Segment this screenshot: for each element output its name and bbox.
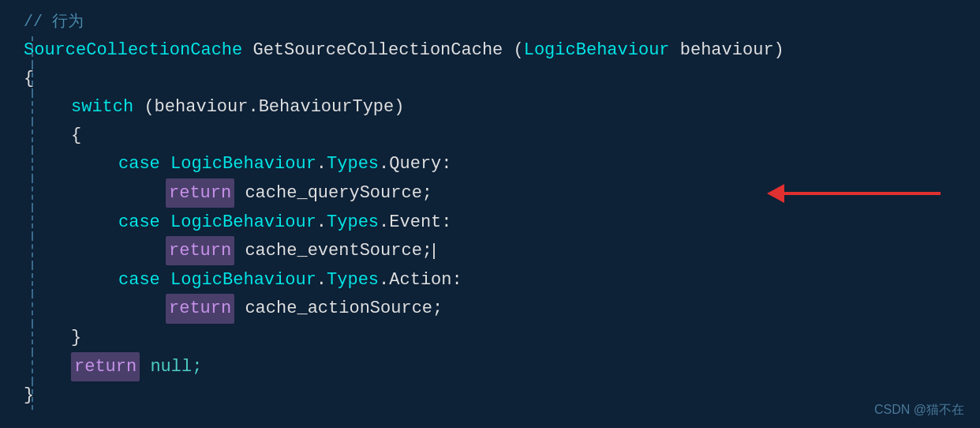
watermark: CSDN @猫不在 bbox=[874, 400, 964, 420]
dot-3: . bbox=[316, 208, 327, 236]
case-query-class: LogicBehaviour bbox=[170, 150, 316, 178]
opening-brace-line: { bbox=[24, 65, 980, 93]
comment-text: // 行为 bbox=[24, 9, 84, 35]
code-container: // 行为 SourceCollectionCache GetSourceCol… bbox=[0, 0, 980, 418]
dashed-border-12 bbox=[32, 352, 33, 381]
case-query-types: Types bbox=[327, 150, 379, 178]
paren-open: ( bbox=[514, 36, 524, 64]
switch-open-brace-line: { bbox=[24, 122, 980, 150]
dashed-border-7 bbox=[32, 208, 33, 236]
dashed-border-1 bbox=[32, 36, 33, 65]
return-keyword-1: return bbox=[166, 178, 234, 208]
return-keyword-3: return bbox=[166, 294, 234, 323]
dot-5: . bbox=[316, 266, 327, 294]
dot-6: . bbox=[379, 266, 389, 294]
case-event-class: LogicBehaviour bbox=[170, 208, 316, 236]
dashed-border-2 bbox=[32, 65, 33, 93]
comment-line: // 行为 bbox=[24, 8, 980, 36]
case-action-value: Action: bbox=[389, 266, 462, 294]
case-query-value: Query: bbox=[389, 150, 451, 178]
return-keyword-2: return bbox=[166, 236, 234, 265]
case-keyword-3: case bbox=[118, 266, 160, 294]
return-keyword-final: return bbox=[71, 352, 140, 381]
case-event-line: case LogicBehaviour . Types . Event: bbox=[24, 208, 980, 236]
arrow-line bbox=[783, 192, 941, 195]
dashed-border-6 bbox=[32, 178, 33, 208]
dashed-border-5 bbox=[32, 150, 33, 178]
dashed-border-11 bbox=[32, 324, 33, 352]
switch-close-brace-line: } bbox=[24, 324, 980, 352]
return-query-value: cache_querySource; bbox=[234, 179, 432, 207]
method-name: GetSourceCollectionCache bbox=[242, 36, 513, 64]
dashed-border-3 bbox=[32, 93, 33, 122]
case-keyword-1: case bbox=[118, 150, 160, 178]
arrow-head bbox=[767, 184, 784, 203]
dashed-border-8 bbox=[32, 236, 33, 265]
dashed-border-10 bbox=[32, 294, 33, 323]
return-action-line: return cache_actionSource; bbox=[24, 294, 980, 323]
space-3 bbox=[160, 266, 170, 294]
switch-condition: (behaviour.BehaviourType) bbox=[133, 93, 404, 121]
return-query-line: return cache_querySource; bbox=[24, 178, 980, 208]
dot-2: . bbox=[379, 150, 389, 178]
return-null-line: return null; bbox=[24, 352, 980, 381]
switch-open-brace: { bbox=[71, 122, 81, 149]
case-query-line: case LogicBehaviour . Types . Query: bbox=[24, 150, 980, 178]
switch-close-brace: } bbox=[71, 324, 81, 351]
space-1 bbox=[160, 150, 170, 178]
dashed-border-13 bbox=[32, 381, 33, 410]
text-cursor bbox=[433, 243, 435, 259]
arrow-annotation bbox=[783, 192, 941, 195]
method-signature-line: SourceCollectionCache GetSourceCollectio… bbox=[24, 36, 980, 65]
return-event-line: return cache_eventSource; bbox=[24, 236, 980, 265]
space-2 bbox=[160, 208, 170, 236]
case-action-types: Types bbox=[327, 266, 379, 294]
param-type: LogicBehaviour bbox=[524, 36, 670, 64]
return-action-value: cache_actionSource; bbox=[234, 295, 443, 322]
dashed-border-4 bbox=[32, 122, 33, 150]
dot-4: . bbox=[379, 208, 389, 236]
case-keyword-2: case bbox=[118, 208, 160, 236]
case-event-value: Event: bbox=[389, 208, 451, 236]
switch-keyword: switch bbox=[71, 93, 133, 121]
null-value: null; bbox=[140, 353, 202, 381]
dot-1: . bbox=[316, 150, 327, 178]
switch-line: switch (behaviour.BehaviourType) bbox=[24, 93, 980, 122]
param-name: behaviour) bbox=[670, 36, 784, 64]
dashed-border-9 bbox=[32, 265, 33, 294]
case-action-class: LogicBehaviour bbox=[170, 266, 316, 294]
closing-brace-line: } bbox=[24, 381, 980, 410]
case-action-line: case LogicBehaviour . Types . Action: bbox=[24, 265, 980, 294]
case-event-types: Types bbox=[327, 208, 379, 236]
return-type: SourceCollectionCache bbox=[24, 36, 242, 64]
return-event-value: cache_eventSource; bbox=[234, 237, 432, 265]
